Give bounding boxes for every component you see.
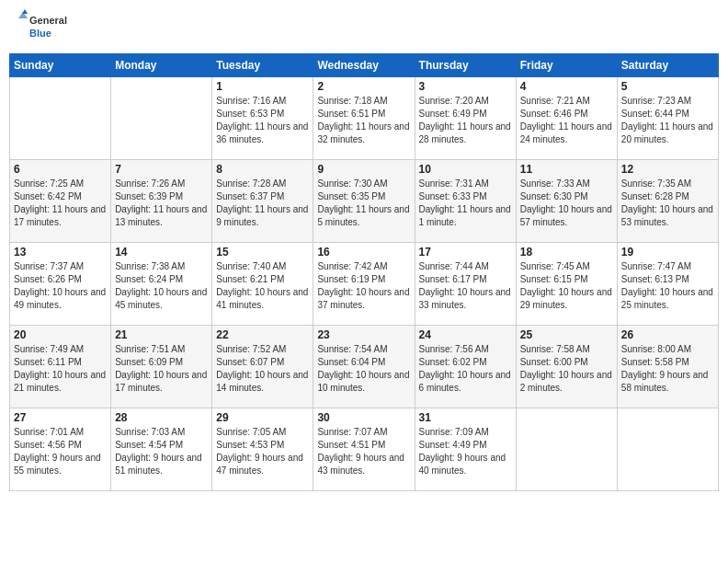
calendar-cell: 12Sunrise: 7:35 AMSunset: 6:28 PMDayligh… <box>617 160 718 243</box>
weekday-header: Tuesday <box>212 54 313 77</box>
calendar-cell: 9Sunrise: 7:30 AMSunset: 6:35 PMDaylight… <box>313 160 415 243</box>
day-info: Sunrise: 7:42 AMSunset: 6:19 PMDaylight:… <box>317 260 410 312</box>
day-number: 28 <box>115 411 208 424</box>
day-info: Sunrise: 7:03 AMSunset: 4:54 PMDaylight:… <box>115 426 208 477</box>
day-info: Sunrise: 7:51 AMSunset: 6:09 PMDaylight:… <box>115 343 208 395</box>
day-info: Sunrise: 7:38 AMSunset: 6:24 PMDaylight:… <box>115 260 208 312</box>
calendar-cell: 27Sunrise: 7:01 AMSunset: 4:56 PMDayligh… <box>10 408 111 491</box>
weekday-header: Sunday <box>10 54 111 77</box>
weekday-header-row: SundayMondayTuesdayWednesdayThursdayFrid… <box>10 54 719 77</box>
logo: General Blue <box>13 9 86 46</box>
day-number: 26 <box>621 328 714 341</box>
day-info: Sunrise: 7:09 AMSunset: 4:49 PMDaylight:… <box>419 426 512 477</box>
day-info: Sunrise: 7:52 AMSunset: 6:07 PMDaylight:… <box>216 343 309 395</box>
calendar-week-row: 6Sunrise: 7:25 AMSunset: 6:42 PMDaylight… <box>10 160 719 243</box>
weekday-header: Thursday <box>415 54 516 77</box>
calendar-week-row: 27Sunrise: 7:01 AMSunset: 4:56 PMDayligh… <box>10 408 719 491</box>
calendar-cell: 6Sunrise: 7:25 AMSunset: 6:42 PMDaylight… <box>10 160 111 243</box>
logo-svg: General Blue <box>13 9 86 46</box>
day-info: Sunrise: 7:30 AMSunset: 6:35 PMDaylight:… <box>317 178 410 229</box>
calendar-cell <box>516 408 617 491</box>
day-number: 14 <box>115 246 208 259</box>
day-number: 20 <box>14 328 107 341</box>
calendar-cell: 14Sunrise: 7:38 AMSunset: 6:24 PMDayligh… <box>111 243 212 326</box>
day-number: 13 <box>14 246 107 259</box>
calendar-cell: 17Sunrise: 7:44 AMSunset: 6:17 PMDayligh… <box>415 243 516 326</box>
calendar-cell: 15Sunrise: 7:40 AMSunset: 6:21 PMDayligh… <box>212 243 313 326</box>
calendar-cell: 18Sunrise: 7:45 AMSunset: 6:15 PMDayligh… <box>516 243 617 326</box>
calendar-cell: 8Sunrise: 7:28 AMSunset: 6:37 PMDaylight… <box>212 160 313 243</box>
day-info: Sunrise: 7:21 AMSunset: 6:46 PMDaylight:… <box>520 95 613 146</box>
day-number: 9 <box>317 163 410 176</box>
day-info: Sunrise: 7:25 AMSunset: 6:42 PMDaylight:… <box>14 178 107 229</box>
day-info: Sunrise: 7:23 AMSunset: 6:44 PMDaylight:… <box>621 95 714 146</box>
calendar-cell: 2Sunrise: 7:18 AMSunset: 6:51 PMDaylight… <box>313 77 415 160</box>
weekday-header: Friday <box>516 54 617 77</box>
calendar-cell: 28Sunrise: 7:03 AMSunset: 4:54 PMDayligh… <box>111 408 212 491</box>
day-info: Sunrise: 7:56 AMSunset: 6:02 PMDaylight:… <box>419 343 512 395</box>
day-info: Sunrise: 7:58 AMSunset: 6:00 PMDaylight:… <box>520 343 613 395</box>
day-number: 1 <box>216 80 309 93</box>
calendar-cell: 31Sunrise: 7:09 AMSunset: 4:49 PMDayligh… <box>415 408 516 491</box>
calendar-cell: 23Sunrise: 7:54 AMSunset: 6:04 PMDayligh… <box>313 326 415 408</box>
calendar-cell: 11Sunrise: 7:33 AMSunset: 6:30 PMDayligh… <box>516 160 617 243</box>
day-info: Sunrise: 7:16 AMSunset: 6:53 PMDaylight:… <box>216 95 309 146</box>
calendar-cell: 5Sunrise: 7:23 AMSunset: 6:44 PMDaylight… <box>617 77 718 160</box>
day-number: 3 <box>419 80 512 93</box>
day-info: Sunrise: 7:33 AMSunset: 6:30 PMDaylight:… <box>520 178 613 229</box>
calendar-week-row: 1Sunrise: 7:16 AMSunset: 6:53 PMDaylight… <box>10 77 719 160</box>
day-info: Sunrise: 7:31 AMSunset: 6:33 PMDaylight:… <box>419 178 512 229</box>
day-info: Sunrise: 7:05 AMSunset: 4:53 PMDaylight:… <box>216 426 309 477</box>
calendar-week-row: 20Sunrise: 7:49 AMSunset: 6:11 PMDayligh… <box>10 326 719 408</box>
svg-text:Blue: Blue <box>29 28 51 39</box>
day-number: 6 <box>14 163 107 176</box>
calendar-cell: 16Sunrise: 7:42 AMSunset: 6:19 PMDayligh… <box>313 243 415 326</box>
day-info: Sunrise: 7:18 AMSunset: 6:51 PMDaylight:… <box>317 95 410 146</box>
day-info: Sunrise: 7:47 AMSunset: 6:13 PMDaylight:… <box>621 260 714 312</box>
day-info: Sunrise: 7:35 AMSunset: 6:28 PMDaylight:… <box>621 178 714 229</box>
day-number: 24 <box>419 328 512 341</box>
day-number: 19 <box>621 246 714 259</box>
calendar-cell <box>10 77 111 160</box>
day-number: 2 <box>317 80 410 93</box>
day-info: Sunrise: 8:00 AMSunset: 5:58 PMDaylight:… <box>621 343 714 395</box>
calendar-cell: 7Sunrise: 7:26 AMSunset: 6:39 PMDaylight… <box>111 160 212 243</box>
calendar-cell: 24Sunrise: 7:56 AMSunset: 6:02 PMDayligh… <box>415 326 516 408</box>
calendar-cell: 30Sunrise: 7:07 AMSunset: 4:51 PMDayligh… <box>313 408 415 491</box>
svg-text:General: General <box>29 15 67 26</box>
day-number: 22 <box>216 328 309 341</box>
calendar-cell: 10Sunrise: 7:31 AMSunset: 6:33 PMDayligh… <box>415 160 516 243</box>
day-info: Sunrise: 7:26 AMSunset: 6:39 PMDaylight:… <box>115 178 208 229</box>
day-info: Sunrise: 7:20 AMSunset: 6:49 PMDaylight:… <box>419 95 512 146</box>
calendar-cell: 3Sunrise: 7:20 AMSunset: 6:49 PMDaylight… <box>415 77 516 160</box>
calendar-cell: 13Sunrise: 7:37 AMSunset: 6:26 PMDayligh… <box>10 243 111 326</box>
day-number: 18 <box>520 246 613 259</box>
day-number: 21 <box>115 328 208 341</box>
calendar-week-row: 13Sunrise: 7:37 AMSunset: 6:26 PMDayligh… <box>10 243 719 326</box>
day-number: 12 <box>621 163 714 176</box>
calendar-cell: 20Sunrise: 7:49 AMSunset: 6:11 PMDayligh… <box>10 326 111 408</box>
day-number: 4 <box>520 80 613 93</box>
calendar-cell <box>617 408 718 491</box>
day-info: Sunrise: 7:45 AMSunset: 6:15 PMDaylight:… <box>520 260 613 312</box>
calendar-cell: 19Sunrise: 7:47 AMSunset: 6:13 PMDayligh… <box>617 243 718 326</box>
day-number: 27 <box>14 411 107 424</box>
day-info: Sunrise: 7:28 AMSunset: 6:37 PMDaylight:… <box>216 178 309 229</box>
calendar-cell: 4Sunrise: 7:21 AMSunset: 6:46 PMDaylight… <box>516 77 617 160</box>
weekday-header: Saturday <box>617 54 718 77</box>
calendar-cell: 22Sunrise: 7:52 AMSunset: 6:07 PMDayligh… <box>212 326 313 408</box>
day-info: Sunrise: 7:49 AMSunset: 6:11 PMDaylight:… <box>14 343 107 395</box>
day-number: 23 <box>317 328 410 341</box>
day-number: 25 <box>520 328 613 341</box>
day-number: 30 <box>317 411 410 424</box>
calendar-cell: 25Sunrise: 7:58 AMSunset: 6:00 PMDayligh… <box>516 326 617 408</box>
day-number: 7 <box>115 163 208 176</box>
day-info: Sunrise: 7:37 AMSunset: 6:26 PMDaylight:… <box>14 260 107 312</box>
day-number: 31 <box>419 411 512 424</box>
day-number: 5 <box>621 80 714 93</box>
calendar-cell: 1Sunrise: 7:16 AMSunset: 6:53 PMDaylight… <box>212 77 313 160</box>
day-number: 29 <box>216 411 309 424</box>
weekday-header: Wednesday <box>313 54 415 77</box>
day-info: Sunrise: 7:54 AMSunset: 6:04 PMDaylight:… <box>317 343 410 395</box>
day-number: 10 <box>419 163 512 176</box>
